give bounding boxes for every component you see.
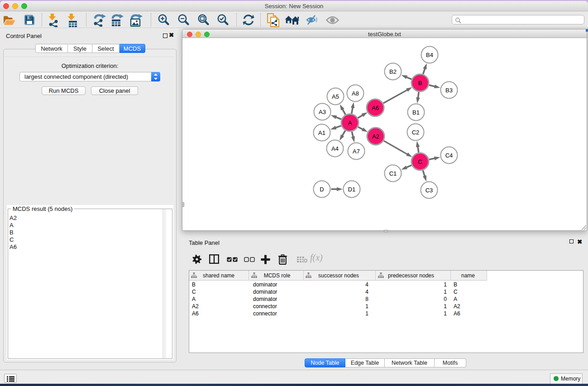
svg-text:A7: A7 [353,148,360,155]
svg-text:A2: A2 [372,133,379,140]
svg-text:D1: D1 [348,186,356,193]
svg-text:A4: A4 [331,145,339,152]
svg-text:C: C [418,158,422,165]
svg-text:D: D [320,186,324,193]
svg-text:B4: B4 [426,52,433,58]
svg-text:A: A [348,119,352,126]
svg-text:A5: A5 [332,93,339,100]
svg-text:A6: A6 [372,105,379,111]
svg-text:C1: C1 [389,170,397,177]
svg-text:B1: B1 [412,109,420,116]
svg-text:A3: A3 [319,109,326,115]
svg-text:C2: C2 [412,129,420,136]
svg-text:B2: B2 [389,68,397,75]
svg-text:B: B [418,80,422,86]
svg-text:C4: C4 [445,152,453,159]
svg-text:A1: A1 [318,129,325,136]
svg-text:A8: A8 [352,90,359,97]
svg-text:C3: C3 [425,187,433,194]
svg-text:B3: B3 [445,87,453,94]
